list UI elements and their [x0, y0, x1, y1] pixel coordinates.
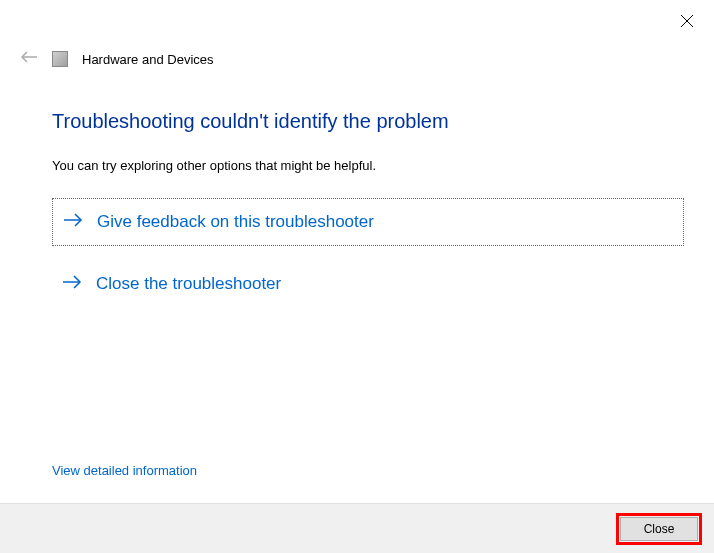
header-title: Hardware and Devices — [82, 52, 214, 67]
hardware-icon — [52, 51, 68, 67]
option-close-troubleshooter[interactable]: Close the troubleshooter — [52, 261, 684, 307]
content-area: Troubleshooting couldn't identify the pr… — [52, 110, 684, 307]
option-give-feedback[interactable]: Give feedback on this troubleshooter — [52, 198, 684, 246]
arrow-right-icon — [62, 275, 82, 293]
close-button[interactable]: Close — [620, 517, 698, 541]
footer: Close — [0, 503, 714, 553]
option-label: Give feedback on this troubleshooter — [97, 212, 374, 232]
view-detailed-information-link[interactable]: View detailed information — [52, 463, 197, 478]
option-label: Close the troubleshooter — [96, 274, 281, 294]
main-heading: Troubleshooting couldn't identify the pr… — [52, 110, 684, 133]
arrow-right-icon — [63, 213, 83, 231]
header: Hardware and Devices — [20, 50, 214, 68]
subtext: You can try exploring other options that… — [52, 158, 684, 173]
close-button-highlight: Close — [616, 513, 702, 545]
back-arrow-icon[interactable] — [20, 50, 38, 68]
window-close-button[interactable] — [680, 14, 696, 30]
close-icon — [680, 14, 694, 28]
